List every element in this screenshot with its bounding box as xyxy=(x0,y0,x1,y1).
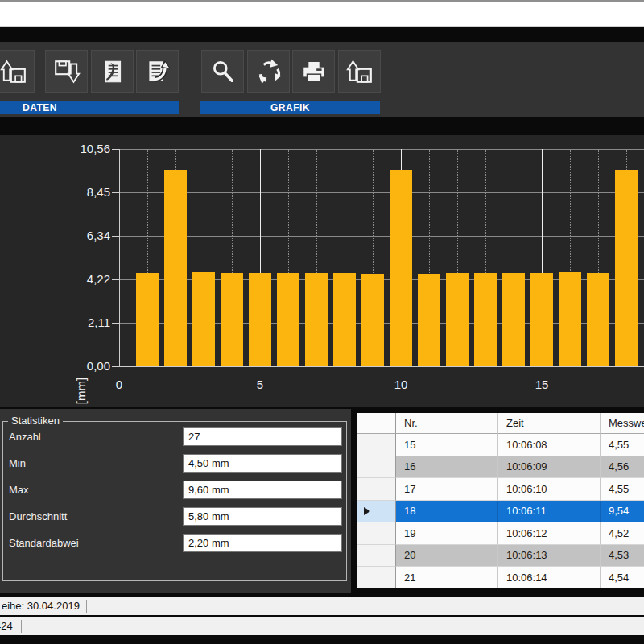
column-header-messwert[interactable]: Messwert xyxy=(601,413,644,434)
row-header-cell[interactable] xyxy=(357,501,396,523)
chart-bar xyxy=(418,274,440,366)
toolbar-group-daten: DATEN xyxy=(0,101,179,114)
y-tick-label: 0,00 xyxy=(46,359,110,374)
toolbar: DATEN GRAFIK xyxy=(0,42,644,117)
table-cell[interactable]: 19 xyxy=(396,522,498,545)
recycle-icon xyxy=(255,58,283,85)
y-gridline xyxy=(119,236,644,237)
chart-bar xyxy=(474,273,497,366)
table-corner-cell[interactable] xyxy=(357,413,396,434)
chart-bar xyxy=(559,272,581,366)
floppy-arrow-down-icon xyxy=(53,58,80,85)
save-data-button[interactable] xyxy=(45,50,88,93)
table-row: 2010:06:134,53 xyxy=(357,545,644,568)
table-cell[interactable]: 16 xyxy=(396,456,498,479)
table-cell[interactable]: 10:06:08 xyxy=(498,434,601,456)
y-tick-label: 4,22 xyxy=(46,272,110,287)
table-cell[interactable]: 21 xyxy=(396,567,498,588)
y-tick-mark xyxy=(112,236,119,237)
table-cell[interactable]: 4,54 xyxy=(601,567,644,588)
floppy-arrow-up-icon xyxy=(346,58,374,85)
stat-input-4[interactable] xyxy=(183,534,342,552)
toolbar-group-grafik: GRAFIK xyxy=(200,101,380,114)
table-cell[interactable]: 4,52 xyxy=(601,522,644,545)
x-tick-label: 5 xyxy=(244,378,276,391)
refresh-graphic-button[interactable] xyxy=(247,50,290,93)
table-cell[interactable]: 15 xyxy=(396,434,498,456)
y-tick-label: 8,45 xyxy=(46,185,110,200)
statusbar-separator xyxy=(86,600,87,613)
top-window-strip xyxy=(0,2,644,27)
zoom-graphic-button[interactable] xyxy=(201,50,244,93)
table-cell[interactable]: 18 xyxy=(396,501,498,523)
stat-input-0[interactable] xyxy=(183,427,342,446)
y-tick-mark xyxy=(112,279,119,280)
row-header-cell[interactable] xyxy=(357,545,396,568)
row-header-cell[interactable] xyxy=(357,478,396,501)
row-header-cell[interactable] xyxy=(357,567,396,588)
table-cell[interactable]: 10:06:10 xyxy=(498,478,601,501)
y-tick-mark xyxy=(112,149,119,150)
stat-label-4: Standardabwei xyxy=(9,537,79,549)
chart-bar xyxy=(164,170,187,366)
chart-bar xyxy=(192,272,215,366)
table-header-row: Nr. Zeit Messwert xyxy=(357,413,644,434)
table-cell[interactable]: 4,56 xyxy=(601,456,644,479)
table-cell[interactable]: 20 xyxy=(396,545,498,568)
y-tick-mark xyxy=(112,192,119,193)
toolbar-group-daten-label: DATEN xyxy=(23,102,57,114)
row-header-cell[interactable] xyxy=(357,456,396,479)
clear-data-button[interactable] xyxy=(91,50,134,93)
y-axis-line xyxy=(119,149,120,366)
table-cell[interactable]: 9,54 xyxy=(601,501,644,523)
row-header-cell[interactable] xyxy=(357,522,396,545)
document-arrow-icon xyxy=(144,58,171,85)
chart-bar xyxy=(530,273,553,366)
table-cell[interactable]: 10:06:14 xyxy=(498,567,601,588)
table-row: 1810:06:119,54 xyxy=(357,501,644,523)
selected-row-arrow-icon xyxy=(364,507,370,515)
save-graphic-button[interactable] xyxy=(338,50,381,93)
chart-bar xyxy=(390,170,412,366)
x-tick-label: 15 xyxy=(526,378,558,391)
stat-input-3[interactable] xyxy=(183,507,342,526)
table-cell[interactable]: 10:06:09 xyxy=(498,456,601,479)
chart-bar xyxy=(361,274,384,366)
y-gridline xyxy=(119,192,644,193)
stat-label-3: Durchschnitt xyxy=(9,510,67,522)
table-cell[interactable]: 10:06:12 xyxy=(498,522,601,545)
column-header-nr[interactable]: Nr. xyxy=(396,413,498,434)
stat-label-0: Anzahl xyxy=(9,431,41,443)
stat-input-1[interactable] xyxy=(183,454,342,473)
statusbar-bottom: 424 xyxy=(0,617,644,635)
toolbar-group-grafik-label: GRAFIK xyxy=(270,102,310,114)
table-cell[interactable]: 4,55 xyxy=(601,478,644,501)
table-cell[interactable]: 17 xyxy=(396,478,498,501)
measurement-table: Nr. Zeit Messwert 1510:06:084,551610:06:… xyxy=(357,413,644,588)
table-cell[interactable]: 10:06:13 xyxy=(498,545,601,568)
stat-label-2: Max xyxy=(9,484,29,496)
table-cell[interactable]: 4,53 xyxy=(601,545,644,568)
x-tick-label: 0 xyxy=(103,378,135,391)
load-data-button[interactable] xyxy=(0,50,35,93)
chart-bar xyxy=(136,273,159,366)
table-row: 1510:06:084,55 xyxy=(357,434,644,456)
export-data-button[interactable] xyxy=(136,50,179,93)
measurement-chart: 0,002,114,226,348,4510,56051015 [mm] xyxy=(0,135,644,407)
print-graphic-button[interactable] xyxy=(292,50,335,93)
statusbar-series-date: eihe: 30.04.2019 xyxy=(2,597,80,615)
y-tick-mark xyxy=(112,323,119,324)
column-header-zeit[interactable]: Zeit xyxy=(498,413,601,434)
y-tick-label: 10,56 xyxy=(46,142,110,156)
table-cell[interactable]: 10:06:11 xyxy=(498,501,601,523)
stat-input-2[interactable] xyxy=(183,481,342,499)
table-row: 1610:06:094,56 xyxy=(357,456,644,479)
statusbar-separator xyxy=(21,620,22,633)
row-header-cell[interactable] xyxy=(357,434,396,456)
chart-bar xyxy=(615,170,638,366)
statistics-panel: Statistiken AnzahlMinMaxDurchschnittStan… xyxy=(0,409,351,593)
table-cell[interactable]: 4,55 xyxy=(601,434,644,456)
stat-label-1: Min xyxy=(9,457,26,469)
y-tick-label: 2,11 xyxy=(46,316,110,330)
printer-icon xyxy=(300,58,328,85)
